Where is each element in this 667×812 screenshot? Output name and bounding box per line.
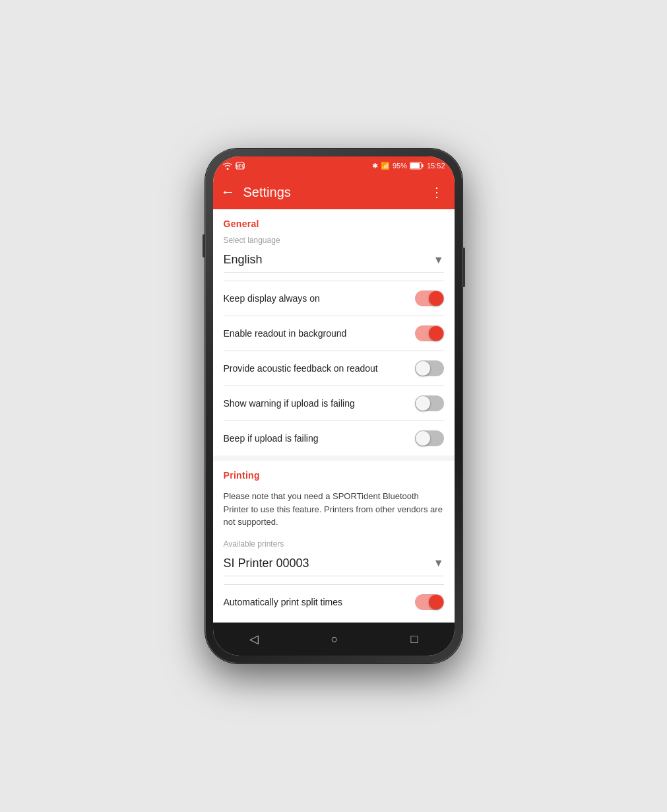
battery-percent: 95% xyxy=(393,162,407,170)
more-menu-button[interactable]: ⋮ xyxy=(425,179,449,205)
time-display: 15:52 xyxy=(427,162,445,170)
acoustic-feedback-label: Provide acoustic feedback on readout xyxy=(224,363,415,374)
phone-frame: NFC ✱ 📶 95% 15:52 ← Settings ⋮ xyxy=(205,149,462,663)
nav-back-button[interactable]: ◁ xyxy=(236,626,272,652)
page-title: Settings xyxy=(243,185,425,200)
auto-print-label: Automatically print split times xyxy=(224,597,415,607)
svg-text:NFC: NFC xyxy=(236,164,245,168)
general-section: General Select language English ▼ Keep d… xyxy=(213,209,455,456)
printer-dropdown-arrow: ▼ xyxy=(433,557,444,569)
keep-display-track xyxy=(415,290,444,306)
keep-display-label: Keep display always on xyxy=(224,293,415,304)
nav-recent-button[interactable]: □ xyxy=(398,627,431,652)
language-value: English xyxy=(224,253,263,267)
svg-rect-3 xyxy=(422,164,423,168)
setting-beep-upload: Beep if upload is failing xyxy=(213,421,455,456)
printer-label: Available printers xyxy=(224,539,444,549)
beep-upload-label: Beep if upload is failing xyxy=(224,433,415,444)
bluetooth-status: ✱ xyxy=(372,162,378,170)
keep-display-thumb xyxy=(429,291,443,306)
auto-print-thumb xyxy=(429,595,443,609)
acoustic-feedback-track xyxy=(415,360,444,376)
language-dropdown[interactable]: English ▼ xyxy=(224,248,444,273)
status-right-icons: ✱ 📶 95% 15:52 xyxy=(372,162,445,170)
setting-auto-print: Automatically print split times xyxy=(213,585,455,619)
enable-readout-label: Enable readout in background xyxy=(224,328,415,339)
bottom-nav: ◁ ○ □ xyxy=(213,623,455,656)
nav-home-button[interactable]: ○ xyxy=(318,627,352,652)
show-warning-track xyxy=(415,395,444,411)
acoustic-feedback-toggle[interactable] xyxy=(415,360,444,376)
beep-upload-toggle[interactable] xyxy=(415,430,444,446)
acoustic-feedback-thumb xyxy=(416,361,430,376)
signal-status: 📶 xyxy=(381,162,390,170)
auto-print-track xyxy=(415,594,444,610)
back-button[interactable]: ← xyxy=(216,178,241,206)
printing-section-header: Printing xyxy=(213,461,455,485)
setting-enable-readout: Enable readout in background xyxy=(213,316,455,351)
wifi-icon xyxy=(222,162,233,170)
show-warning-label: Show warning if upload is failing xyxy=(224,398,415,409)
status-bar: NFC ✱ 📶 95% 15:52 xyxy=(213,156,455,175)
printing-section: Printing Please note that you need a SPO… xyxy=(213,461,455,623)
beep-upload-track xyxy=(415,430,444,446)
enable-readout-track xyxy=(415,325,444,341)
phone-screen: NFC ✱ 📶 95% 15:52 ← Settings ⋮ xyxy=(213,156,455,656)
setting-keep-display: Keep display always on xyxy=(213,281,455,316)
enable-readout-toggle[interactable] xyxy=(415,325,444,341)
show-warning-thumb xyxy=(416,396,430,411)
status-left-icons: NFC xyxy=(222,162,245,170)
battery-icon xyxy=(410,162,424,170)
general-section-header: General xyxy=(213,209,455,233)
printer-value: SI Printer 00003 xyxy=(224,557,309,570)
printing-note: Please note that you need a SPORTident B… xyxy=(213,485,455,537)
printer-dropdown[interactable]: SI Printer 00003 ▼ xyxy=(224,551,444,576)
language-container: Select language English ▼ xyxy=(213,233,455,281)
show-warning-toggle[interactable] xyxy=(415,395,444,411)
language-label: Select language xyxy=(224,236,444,245)
settings-content: General Select language English ▼ Keep d… xyxy=(213,209,455,623)
keep-display-toggle[interactable] xyxy=(415,290,444,306)
setting-show-warning: Show warning if upload is failing xyxy=(213,386,455,421)
svg-rect-4 xyxy=(410,163,420,168)
auto-print-toggle[interactable] xyxy=(415,594,444,610)
nfc-icon: NFC xyxy=(236,162,245,170)
enable-readout-thumb xyxy=(429,326,443,341)
beep-upload-thumb xyxy=(416,431,430,446)
setting-acoustic-feedback: Provide acoustic feedback on readout xyxy=(213,351,455,386)
app-bar: ← Settings ⋮ xyxy=(213,175,455,209)
printer-container: Available printers SI Printer 00003 ▼ xyxy=(213,537,455,584)
language-dropdown-arrow: ▼ xyxy=(433,254,444,266)
